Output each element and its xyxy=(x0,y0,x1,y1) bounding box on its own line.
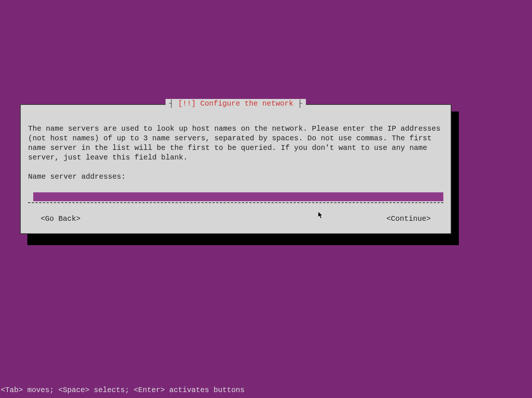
dialog-button-row: <Go Back> <Continue> xyxy=(28,214,443,224)
go-back-button[interactable]: <Go Back> xyxy=(41,214,81,224)
input-underline xyxy=(28,202,443,203)
nameserver-input-row xyxy=(33,192,443,202)
continue-button[interactable]: <Continue> xyxy=(386,214,431,224)
nameserver-input[interactable] xyxy=(33,192,443,201)
dialog-title: ┤ [!!] Configure the network ├ xyxy=(166,99,306,109)
nameserver-field-label: Name server addresses: xyxy=(28,172,443,182)
dialog-title-prefix: [!!] xyxy=(174,99,200,108)
dialog-body: The name servers are used to look up hos… xyxy=(21,105,451,224)
dialog-title-text: Configure the network xyxy=(200,99,293,108)
dialog-configure-network: ┤ [!!] Configure the network ├ The name … xyxy=(20,104,451,234)
dialog-description: The name servers are used to look up hos… xyxy=(28,124,443,162)
footer-hint: <Tab> moves; <Space> selects; <Enter> ac… xyxy=(1,386,245,394)
dialog-title-wrap: ┤ [!!] Configure the network ├ xyxy=(21,104,451,105)
